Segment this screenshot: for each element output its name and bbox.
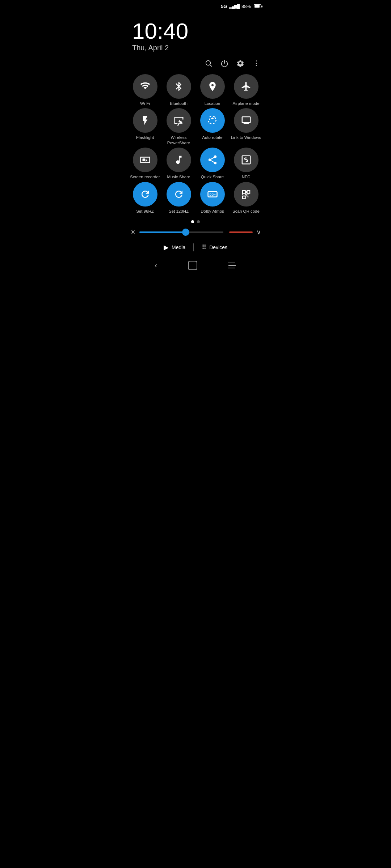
location-icon (200, 74, 225, 99)
location-label: Location (205, 101, 220, 106)
power-icon[interactable] (220, 59, 228, 69)
scan-qr-icon (234, 182, 258, 207)
tile-quick-share[interactable]: Quick Share (197, 148, 228, 179)
brightness-track-secondary (229, 231, 253, 233)
nfc-icon (234, 148, 258, 172)
devices-icon: ⠿ (202, 243, 206, 251)
status-bar: 5G ▂▄▆█ 88% (125, 0, 266, 9)
nav-bar: ‹ (125, 256, 266, 277)
panel-controls (125, 56, 266, 73)
screen-rec-icon (133, 148, 157, 172)
search-icon[interactable] (205, 59, 213, 69)
bluetooth-icon (167, 74, 191, 99)
tile-set-96hz[interactable]: Set 96HZ (129, 182, 161, 214)
flashlight-icon (133, 108, 157, 133)
clock-date: Thu, April 2 (132, 44, 259, 52)
brightness-slider[interactable] (139, 231, 223, 233)
page-indicators (125, 217, 266, 225)
tile-wireless-ps[interactable]: Wireless PowerShare (163, 108, 194, 145)
tile-screen-rec[interactable]: Screen recorder (129, 148, 161, 179)
quick-share-label: Quick Share (201, 174, 224, 179)
autorotate-label: Auto rotate (202, 135, 222, 140)
screen-rec-label: Screen recorder (130, 174, 160, 179)
bluetooth-label: Bluetooth (170, 101, 188, 106)
more-options-icon[interactable] (252, 59, 260, 69)
back-button[interactable]: ‹ (155, 261, 157, 270)
brightness-icon: ☀ (130, 228, 136, 236)
svg-line-1 (210, 65, 211, 66)
clock-area: 10:40 Thu, April 2 (125, 9, 266, 56)
tile-scan-qr[interactable]: Scan QR code (230, 182, 262, 214)
set-120hz-icon (167, 182, 191, 207)
scan-qr-label: Scan QR code (232, 209, 260, 214)
dolby-icon: DD+ (200, 182, 225, 207)
tile-autorotate[interactable]: Auto rotate (197, 108, 228, 145)
home-button[interactable] (188, 261, 197, 270)
music-share-label: Music Share (167, 174, 190, 179)
tile-dolby[interactable]: DD+Dolby Atmos (197, 182, 228, 214)
tile-music-share[interactable]: Music Share (163, 148, 194, 179)
set-120hz-label: Set 120HZ (169, 209, 189, 214)
settings-icon[interactable] (236, 59, 244, 69)
recents-button[interactable] (228, 262, 236, 269)
svg-text:DD+: DD+ (209, 193, 216, 196)
svg-point-2 (256, 60, 257, 61)
bottom-bar: ▶ Media ⠿ Devices (125, 239, 266, 254)
wifi-icon (133, 74, 157, 99)
wireless-ps-icon (167, 108, 191, 133)
media-button[interactable]: ▶ Media (164, 243, 185, 251)
signal-bars: ▂▄▆█ (229, 4, 239, 9)
wireless-ps-label: Wireless PowerShare (163, 135, 194, 145)
tile-bluetooth[interactable]: Bluetooth (163, 74, 194, 106)
set-96hz-label: Set 96HZ (136, 209, 154, 214)
page-dot-2[interactable] (197, 220, 200, 223)
battery-icon (254, 4, 261, 8)
svg-point-4 (256, 65, 257, 66)
tile-flashlight[interactable]: Flashlight (129, 108, 161, 145)
set-96hz-icon (133, 182, 157, 207)
page-dot-1[interactable] (191, 220, 194, 223)
tile-wifi[interactable]: Wi-Fi (129, 74, 161, 106)
flashlight-label: Flashlight (136, 135, 154, 140)
airplane-label: Airplane mode (232, 101, 259, 106)
quick-share-icon (200, 148, 225, 172)
tile-set-120hz[interactable]: Set 120HZ (163, 182, 194, 214)
media-label: Media (172, 244, 185, 250)
network-indicator: 5G (221, 4, 227, 9)
brightness-row: ☀ ∨ (125, 225, 266, 239)
tile-link-win[interactable]: Link to Windows (230, 108, 262, 145)
wifi-label: Wi-Fi (140, 101, 150, 106)
dolby-label: Dolby Atmos (201, 209, 224, 214)
clock-time: 10:40 (132, 20, 259, 42)
svg-point-3 (256, 63, 257, 64)
tiles-grid: Wi-FiBluetoothLocationAirplane modeFlash… (125, 73, 266, 217)
link-win-icon (234, 108, 258, 133)
music-share-icon (167, 148, 191, 172)
tile-location[interactable]: Location (197, 74, 228, 106)
media-icon: ▶ (164, 243, 169, 251)
brightness-expand-icon[interactable]: ∨ (256, 228, 261, 236)
bottom-divider (193, 243, 194, 251)
devices-button[interactable]: ⠿ Devices (202, 243, 227, 251)
autorotate-icon (200, 108, 225, 133)
airplane-icon (234, 74, 258, 99)
svg-rect-5 (142, 158, 145, 161)
tile-airplane[interactable]: Airplane mode (230, 74, 262, 106)
link-win-label: Link to Windows (231, 135, 261, 140)
tile-nfc[interactable]: NFC (230, 148, 262, 179)
devices-label: Devices (209, 244, 227, 250)
nfc-label: NFC (242, 174, 251, 179)
battery-percent: 88% (241, 4, 251, 9)
